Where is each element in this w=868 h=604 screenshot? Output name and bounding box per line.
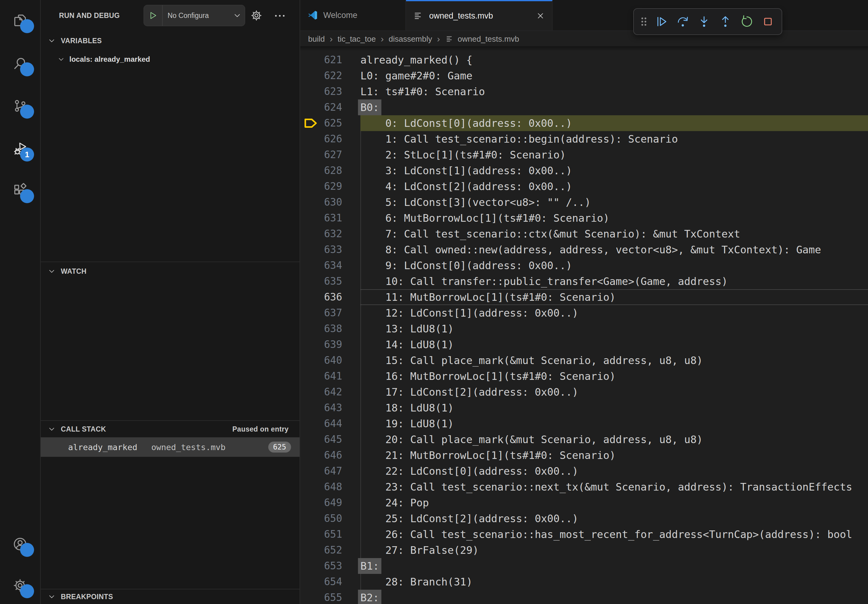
editor-gutter[interactable]: 625 bbox=[300, 115, 360, 131]
breadcrumb-item[interactable]: tic_tac_toe bbox=[325, 34, 376, 44]
editor-gutter[interactable]: 630 bbox=[300, 194, 360, 210]
editor-gutter[interactable]: 638 bbox=[300, 321, 360, 337]
activity-bar-item[interactable] bbox=[12, 183, 28, 198]
editor-gutter[interactable]: 626 bbox=[300, 131, 360, 147]
editor-gutter[interactable]: 654 bbox=[300, 574, 360, 590]
activity-bar-item[interactable] bbox=[12, 56, 28, 71]
code-text[interactable]: 18: LdU8(1) bbox=[360, 400, 868, 416]
editor-gutter[interactable]: 636 bbox=[300, 289, 360, 305]
editor-gutter[interactable]: 632 bbox=[300, 226, 360, 242]
code-text[interactable]: 5: LdConst[3](vector<u8>: "" /..) bbox=[360, 194, 868, 210]
editor-gutter[interactable]: 628 bbox=[300, 163, 360, 178]
code-text[interactable]: 23: Call test_scenario::next_tx(&mut Sce… bbox=[360, 479, 868, 495]
breadcrumb-item[interactable]: disassembly bbox=[376, 34, 432, 44]
editor-gutter[interactable]: 635 bbox=[300, 273, 360, 289]
editor-tab[interactable]: Welcome bbox=[300, 0, 406, 30]
code-text[interactable]: 3: LdConst[1](address: 0x00..) bbox=[360, 163, 868, 178]
activity-bar-item[interactable] bbox=[12, 12, 28, 28]
breadcrumb-item[interactable]: owned_tests.mvb bbox=[432, 34, 519, 44]
editor-gutter[interactable]: 652 bbox=[300, 542, 360, 558]
debug-settings-gear-icon[interactable] bbox=[250, 9, 263, 22]
editor-gutter[interactable]: 655 bbox=[300, 590, 360, 604]
code-text[interactable]: 24: Pop bbox=[360, 495, 868, 511]
code-text[interactable]: 8: Call owned::new(address, address, vec… bbox=[360, 242, 868, 258]
editor-gutter[interactable]: 634 bbox=[300, 258, 360, 273]
editor-gutter[interactable]: 645 bbox=[300, 432, 360, 448]
activity-bar-item[interactable] bbox=[12, 98, 28, 114]
editor-gutter[interactable]: 643 bbox=[300, 400, 360, 416]
code-text[interactable]: 2: StLoc[1](ts#1#0: Scenario) bbox=[360, 147, 868, 163]
editor-gutter[interactable]: 621 bbox=[300, 52, 360, 68]
code-text[interactable]: 17: LdConst[2](address: 0x00..) bbox=[360, 384, 868, 400]
editor-gutter[interactable]: 633 bbox=[300, 242, 360, 258]
debug-toolbar-button[interactable] bbox=[736, 12, 757, 32]
call-stack-section-header[interactable]: CALL STACK Paused on entry bbox=[41, 421, 299, 437]
debug-toolbar-button[interactable] bbox=[715, 12, 735, 32]
code-text[interactable]: 22: LdConst[0](address: 0x00..) bbox=[360, 463, 868, 479]
views-more-actions-icon[interactable] bbox=[273, 9, 287, 23]
code-text[interactable]: L0: game#2#0: Game bbox=[360, 68, 868, 84]
editor-gutter[interactable]: 639 bbox=[300, 337, 360, 353]
code-text[interactable]: 10: Call transfer::public_transfer<Game>… bbox=[360, 273, 868, 289]
start-debugging-icon[interactable] bbox=[148, 10, 158, 21]
code-text[interactable]: 20: Call place_mark(&mut Scenario, addre… bbox=[360, 432, 868, 448]
code-text[interactable]: already_marked() { bbox=[360, 52, 868, 68]
editor-gutter[interactable]: 649 bbox=[300, 495, 360, 511]
code-text[interactable]: B0: bbox=[360, 99, 868, 115]
editor-gutter[interactable]: 644 bbox=[300, 416, 360, 432]
editor-gutter[interactable]: 637 bbox=[300, 305, 360, 321]
editor-gutter[interactable]: 650 bbox=[300, 511, 360, 527]
editor-gutter[interactable]: 631 bbox=[300, 210, 360, 226]
editor-gutter[interactable]: 629 bbox=[300, 178, 360, 194]
code-text[interactable]: 11: MutBorrowLoc[1](ts#1#0: Scenario) bbox=[360, 289, 868, 305]
editor-gutter[interactable]: 647 bbox=[300, 463, 360, 479]
editor-gutter[interactable]: 624 bbox=[300, 99, 360, 115]
editor-gutter[interactable]: 646 bbox=[300, 448, 360, 463]
code-text[interactable]: 4: LdConst[2](address: 0x00..) bbox=[360, 178, 868, 194]
code-text[interactable]: 15: Call place_mark(&mut Scenario, addre… bbox=[360, 353, 868, 368]
code-text[interactable]: 14: LdU8(1) bbox=[360, 337, 868, 353]
tab-close-icon[interactable] bbox=[536, 11, 545, 21]
editor-gutter[interactable]: 623 bbox=[300, 84, 360, 99]
code-text[interactable]: 6: MutBorrowLoc[1](ts#1#0: Scenario) bbox=[360, 210, 868, 226]
debug-toolbar-button[interactable] bbox=[673, 12, 693, 32]
editor-gutter[interactable]: 642 bbox=[300, 384, 360, 400]
debug-toolbar-button[interactable] bbox=[758, 12, 778, 32]
debug-toolbar-button[interactable] bbox=[651, 12, 671, 32]
debug-toolbar-button[interactable] bbox=[637, 12, 650, 32]
code-text[interactable]: 0: LdConst[0](address: 0x00..) bbox=[360, 115, 868, 131]
call-stack-frame[interactable]: already_marked owned_tests.mvb 625 bbox=[41, 437, 299, 457]
code-text[interactable]: B1: bbox=[360, 558, 868, 574]
code-text[interactable]: B2: bbox=[360, 590, 868, 604]
activity-bar-item[interactable] bbox=[12, 536, 28, 552]
code-text[interactable]: 9: LdConst[0](address: 0x00..) bbox=[360, 258, 868, 273]
code-text[interactable]: 27: BrFalse(29) bbox=[360, 542, 868, 558]
breakpoints-section-header[interactable]: BREAKPOINTS bbox=[41, 589, 299, 604]
code-text[interactable]: 26: Call test_scenario::has_most_recent_… bbox=[360, 527, 868, 542]
locals-tree-item[interactable]: locals: already_marked bbox=[41, 51, 299, 68]
code-text[interactable]: 21: MutBorrowLoc[1](ts#1#0: Scenario) bbox=[360, 448, 868, 463]
editor-gutter[interactable]: 648 bbox=[300, 479, 360, 495]
code-text[interactable]: 12: LdConst[1](address: 0x00..) bbox=[360, 305, 868, 321]
activity-bar-item[interactable]: 1 bbox=[12, 141, 28, 156]
breadcrumb-item[interactable]: build bbox=[308, 34, 325, 44]
editor-gutter[interactable]: 651 bbox=[300, 527, 360, 542]
variables-section-header[interactable]: VARIABLES bbox=[41, 31, 299, 51]
editor-gutter[interactable]: 622 bbox=[300, 68, 360, 84]
code-viewport[interactable]: 621 already_marked() { 622 L0: game#2#0:… bbox=[300, 46, 868, 604]
editor-tab[interactable]: owned_tests.mvb bbox=[406, 0, 553, 30]
code-text[interactable]: 7: Call test_scenario::ctx(&mut Scenario… bbox=[360, 226, 868, 242]
editor-gutter[interactable]: 641 bbox=[300, 368, 360, 384]
activity-bar-item[interactable] bbox=[12, 578, 28, 593]
code-text[interactable]: 25: LdConst[2](address: 0x00..) bbox=[360, 511, 868, 527]
code-text[interactable]: 28: Branch(31) bbox=[360, 574, 868, 590]
code-text[interactable]: 19: LdU8(1) bbox=[360, 416, 868, 432]
editor-gutter[interactable]: 627 bbox=[300, 147, 360, 163]
debug-toolbar-button[interactable] bbox=[694, 12, 714, 32]
editor-gutter[interactable]: 640 bbox=[300, 353, 360, 368]
code-text[interactable]: L1: ts#1#0: Scenario bbox=[360, 84, 868, 99]
editor-gutter[interactable]: 653 bbox=[300, 558, 360, 574]
launch-configuration-dropdown[interactable]: No Configura bbox=[144, 5, 245, 26]
code-text[interactable]: 13: LdU8(1) bbox=[360, 321, 868, 337]
code-text[interactable]: 1: Call test_scenario::begin(address): S… bbox=[360, 131, 868, 147]
